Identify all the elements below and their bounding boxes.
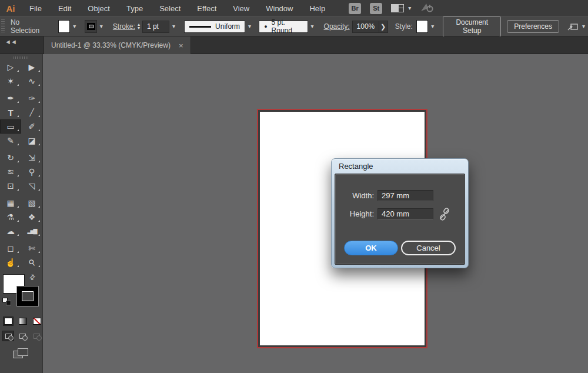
menu-item-help[interactable]: Help (301, 4, 333, 13)
dialog-title[interactable]: Rectangle (335, 159, 465, 174)
column-graph-tool[interactable]: ▂▅▇ (21, 224, 42, 238)
menu-item-edit[interactable]: Edit (50, 4, 79, 13)
close-tab-icon[interactable]: × (179, 41, 183, 50)
paintbrush-tool-icon: ✐ (28, 122, 35, 131)
swap-fill-stroke-icon[interactable]: ⇄ (28, 272, 38, 282)
menu-item-file[interactable]: File (21, 4, 50, 13)
eyedropper-tool[interactable]: ⚗ (0, 210, 21, 224)
pencil-tool[interactable]: ✎ (0, 134, 21, 148)
workspace-switcher-icon[interactable] (391, 4, 404, 12)
width-label: Width: (335, 191, 374, 200)
height-label: Height: (335, 209, 374, 218)
opacity-arrow-icon[interactable]: ❯ (379, 21, 388, 33)
stroke-panel-link[interactable]: Stroke: (113, 22, 135, 31)
selection-tool[interactable]: ▷ (0, 60, 21, 74)
type-tool[interactable]: T (0, 105, 21, 119)
none-button[interactable] (32, 317, 42, 326)
stroke-width-stepper[interactable]: ▴ ▾ (138, 23, 140, 30)
constrain-proportions-icon[interactable] (439, 207, 450, 223)
stepper-down-icon[interactable]: ▾ (138, 26, 140, 30)
shape-builder-tool[interactable]: ⊡ (0, 179, 21, 193)
style-swatch[interactable] (416, 20, 428, 33)
align-options-icon[interactable] (567, 22, 579, 31)
direct-selection-tool[interactable]: ▶ (21, 60, 42, 74)
slice-tool[interactable]: ✄ (21, 241, 42, 255)
menu-item-effect[interactable]: Effect (189, 4, 225, 13)
pen-tool[interactable]: ✒ (0, 91, 21, 105)
line-segment-tool-icon: ╱ (29, 108, 34, 116)
puppet-warp-tool[interactable]: ⚲ (21, 165, 42, 179)
cancel-button[interactable]: Cancel (401, 241, 456, 255)
preferences-button[interactable]: Preferences (507, 20, 559, 33)
sync-settings-icon[interactable] (420, 2, 434, 15)
hand-tool-icon: ☝ (5, 258, 15, 267)
perspective-grid-tool-icon: ◹ (29, 181, 35, 191)
selection-status: No Selection (11, 18, 44, 35)
artboard-tool-icon: ◻ (7, 244, 14, 253)
chevron-down-icon[interactable]: ▾ (245, 24, 254, 29)
brush-dropdown[interactable]: ● 5 pt. Round (259, 21, 308, 33)
width-input[interactable] (377, 190, 433, 201)
tools-panel-grip[interactable] (14, 56, 29, 59)
draw-behind-button[interactable] (16, 331, 28, 341)
gradient-button[interactable] (18, 317, 28, 326)
zoom-tool[interactable]: ⚲ (21, 255, 42, 269)
artboard-tool[interactable]: ◻ (0, 241, 21, 255)
lasso-tool[interactable]: ∿ (21, 74, 42, 88)
ok-button[interactable]: OK (344, 241, 398, 255)
width-profile-dropdown[interactable]: Uniform (184, 21, 245, 33)
stroke-color-swatch[interactable] (85, 20, 96, 33)
draw-normal-button[interactable] (2, 331, 14, 341)
hand-tool[interactable]: ☝ (0, 255, 21, 269)
menu-bar: Ai FileEditObjectTypeSelectEffectViewWin… (0, 0, 588, 16)
canvas-area[interactable] (43, 54, 588, 373)
paintbrush-tool[interactable]: ✐ (21, 119, 42, 134)
chevron-down-icon[interactable]: ▾ (97, 24, 106, 29)
perspective-grid-tool[interactable]: ◹ (21, 179, 42, 193)
width-profile-value: Uniform (215, 22, 240, 31)
chevron-down-icon[interactable]: ▾ (308, 24, 317, 29)
chevron-down-icon[interactable]: ▾ (408, 5, 411, 11)
document-setup-button[interactable]: Document Setup (443, 16, 501, 37)
chevron-down-icon[interactable]: ▾ (169, 24, 178, 29)
opacity-panel-link[interactable]: Opacity: (324, 22, 350, 31)
control-bar: No Selection ▾ ▾ Stroke: ▴ ▾ 1 pt ▾ Unif… (0, 16, 588, 36)
fill-color-swatch[interactable] (58, 20, 70, 33)
color-button[interactable] (3, 317, 14, 326)
chevron-down-icon[interactable]: ▾ (579, 24, 588, 29)
menu-item-object[interactable]: Object (79, 4, 118, 13)
menu-item-view[interactable]: View (225, 4, 258, 13)
draw-inside-button[interactable] (31, 331, 42, 341)
chevron-down-icon[interactable]: ▾ (70, 24, 79, 29)
width-tool[interactable]: ≋ (0, 165, 21, 179)
menu-item-type[interactable]: Type (118, 4, 151, 13)
curvature-tool[interactable]: ✑ (21, 91, 42, 105)
mesh-tool[interactable]: ▦ (0, 196, 21, 210)
stock-button[interactable]: St (370, 3, 382, 14)
menu-item-window[interactable]: Window (258, 4, 301, 13)
bridge-button[interactable]: Br (349, 3, 361, 14)
scale-tool[interactable]: ⇲ (21, 151, 42, 165)
shape-builder-tool-icon: ⊡ (7, 181, 14, 191)
menu-item-select[interactable]: Select (151, 4, 189, 13)
chevron-down-icon[interactable]: ▾ (428, 24, 437, 29)
document-tab[interactable]: Untitled-1 @ 33.33% (CMYK/Preview) × (44, 36, 191, 54)
blend-tool[interactable]: ❖ (21, 210, 42, 224)
line-segment-tool[interactable]: ╱ (21, 105, 42, 119)
stroke-width-field[interactable]: 1 pt (142, 21, 169, 33)
screen-mode-button[interactable] (13, 348, 29, 360)
document-tab-title: Untitled-1 @ 33.33% (CMYK/Preview) (51, 41, 171, 49)
stroke-swatch[interactable] (16, 286, 39, 307)
rectangle-tool[interactable]: ▭ (0, 119, 21, 134)
panel-grip[interactable] (1, 19, 5, 34)
symbol-sprayer-tool[interactable]: ☁ (0, 224, 21, 238)
magic-wand-tool[interactable]: ✶ (0, 74, 21, 88)
opacity-field[interactable]: 100% (352, 21, 379, 33)
default-fill-stroke-icon[interactable] (2, 298, 11, 305)
width-tool-icon: ≋ (7, 167, 14, 176)
rotate-tool[interactable]: ↻ (0, 151, 21, 165)
collapse-panel-icon[interactable]: ◄◄ (0, 36, 44, 54)
height-input[interactable] (377, 208, 433, 219)
eraser-tool[interactable]: ◪ (21, 134, 42, 148)
gradient-tool[interactable]: ▧ (21, 196, 42, 210)
